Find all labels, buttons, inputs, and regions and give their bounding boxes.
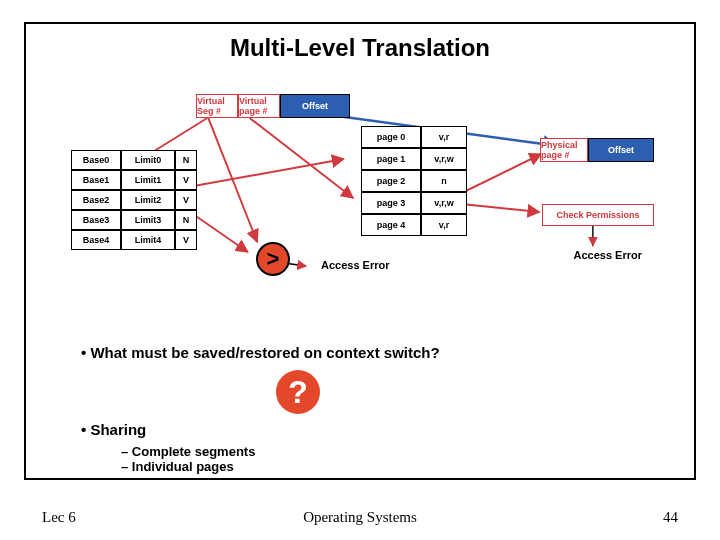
virtual-address-box: Virtual Seg # Virtual page # Offset — [196, 94, 350, 118]
va-page-cell: Virtual page # — [238, 94, 280, 118]
slide-title: Multi-Level Translation — [26, 34, 694, 62]
sub-bullet: Individual pages — [121, 459, 654, 474]
access-error-label: Access Error — [321, 259, 390, 271]
translation-diagram: Virtual Seg # Virtual page # Offset Base… — [71, 94, 654, 314]
pt-page: page 2 — [361, 170, 421, 192]
comparator-icon: > — [256, 242, 290, 276]
seg-base: Base4 — [71, 230, 121, 250]
pt-page: page 4 — [361, 214, 421, 236]
check-permissions-label: Check Permissions — [542, 204, 654, 226]
seg-limit: Limit3 — [121, 210, 175, 230]
question-mark-icon: ? — [276, 370, 320, 414]
footer-left: Lec 6 — [42, 509, 76, 526]
pt-page: page 1 — [361, 148, 421, 170]
pt-perm: v,r — [421, 214, 467, 236]
bullet-list: What must be saved/restored on context s… — [81, 344, 654, 474]
phys-offset-cell: Offset — [588, 138, 654, 162]
bullet-context-switch: What must be saved/restored on context s… — [81, 344, 654, 361]
seg-base: Base2 — [71, 190, 121, 210]
pt-perm: n — [421, 170, 467, 192]
seg-limit: Limit4 — [121, 230, 175, 250]
seg-valid: N — [175, 150, 197, 170]
svg-line-5 — [208, 118, 257, 242]
phys-page-cell: Physical page # — [540, 138, 588, 162]
seg-valid: V — [175, 230, 197, 250]
physical-address-box: Physical page # Offset — [540, 138, 654, 162]
check-permissions-box: Check Permissions — [542, 204, 654, 226]
seg-limit: Limit2 — [121, 190, 175, 210]
slide-frame: Multi-Level Translation — [24, 22, 696, 480]
footer-center: Operating Systems — [303, 509, 417, 526]
segment-table: Base0Limit0N Base1Limit1V Base2Limit2V B… — [71, 150, 197, 250]
pt-perm: v,r,w — [421, 192, 467, 214]
seg-limit: Limit0 — [121, 150, 175, 170]
seg-limit: Limit1 — [121, 170, 175, 190]
bullet-sharing: Sharing — [81, 421, 654, 438]
va-offset-cell: Offset — [280, 94, 350, 118]
slide-footer: Lec 6 Operating Systems 44 — [0, 509, 720, 526]
seg-valid: V — [175, 170, 197, 190]
svg-line-1 — [250, 118, 353, 198]
pt-perm: v,r,w — [421, 148, 467, 170]
va-seg-cell: Virtual Seg # — [196, 94, 238, 118]
sub-bullet: Complete segments — [121, 444, 654, 459]
seg-valid: V — [175, 190, 197, 210]
pt-perm: v,r — [421, 126, 467, 148]
seg-base: Base3 — [71, 210, 121, 230]
pt-page: page 3 — [361, 192, 421, 214]
access-error-label: Access Error — [574, 249, 643, 261]
pt-page: page 0 — [361, 126, 421, 148]
page-table: page 0v,r page 1v,r,w page 2n page 3v,r,… — [361, 126, 467, 236]
footer-page-number: 44 — [663, 509, 678, 526]
seg-base: Base1 — [71, 170, 121, 190]
seg-base: Base0 — [71, 150, 121, 170]
seg-valid: N — [175, 210, 197, 230]
